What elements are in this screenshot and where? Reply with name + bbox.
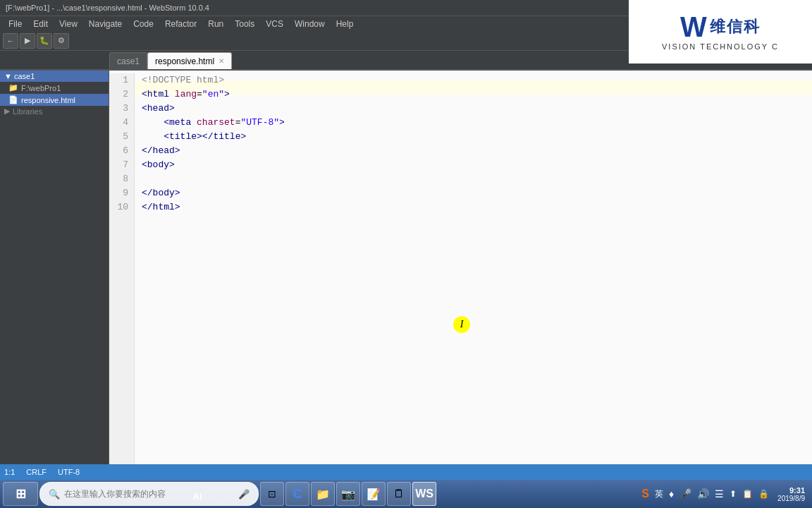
webstorm-taskbar-icon[interactable]: WS xyxy=(412,482,436,506)
notes-icon: 📝 xyxy=(367,488,381,501)
notes-taskbar-icon[interactable]: 📝 xyxy=(362,482,386,506)
sidebar-libraries[interactable]: ▶ Libraries xyxy=(0,106,109,116)
status-bar: 1:1 CRLF UTF-8 xyxy=(0,464,812,480)
start-button[interactable]: ⊞ xyxy=(3,482,38,506)
notepad-icon: 🗒 xyxy=(393,488,405,500)
sogou-icon[interactable]: S xyxy=(640,486,651,502)
menu-run[interactable]: Run xyxy=(202,18,229,30)
sidebar-item-responsive-html[interactable]: 📄 responsive.html xyxy=(0,94,109,106)
menu-refactor[interactable]: Refactor xyxy=(159,18,202,30)
line-num-2: 2 xyxy=(109,87,128,102)
sidebar-libraries-label: Libraries xyxy=(13,107,42,116)
code-line-8 xyxy=(142,172,812,186)
sidebar-project[interactable]: ▼ case1 xyxy=(0,71,109,82)
status-utf8: UTF-8 xyxy=(58,468,80,476)
clock-time: 9:31 xyxy=(777,486,805,495)
line-num-1: 1 xyxy=(109,73,128,87)
tab-case1-label: case1 xyxy=(117,56,140,66)
tab-responsive-html[interactable]: responsive.html ✕ xyxy=(147,52,232,69)
code-line-9: </body> xyxy=(142,186,812,200)
sidebar-item-webpro1[interactable]: 📁 F:\webPro1 xyxy=(0,82,109,94)
menu-help[interactable]: Help xyxy=(331,18,359,30)
line-num-5: 5 xyxy=(109,130,128,144)
sidebar-item-webpro1-label: F:\webPro1 xyxy=(21,84,61,92)
tray-icon1[interactable]: ♦ xyxy=(668,487,675,501)
webstorm-icon: WS xyxy=(415,488,433,500)
tab-close-icon[interactable]: ✕ xyxy=(219,57,224,65)
status-position: 1:1 xyxy=(4,468,15,476)
sidebar-project-label: ▼ case1 xyxy=(4,72,35,80)
status-crlf: CRLF xyxy=(26,468,47,476)
logo-area: W 维信科 VISION TECHNOLOGY C xyxy=(629,0,812,64)
camera-taskbar-icon[interactable]: 📷 xyxy=(336,482,360,506)
code-line-1: <!DOCTYPE html> xyxy=(142,73,812,87)
ai-text: Ai xyxy=(193,491,202,502)
toolbar-btn-settings[interactable]: ⚙ xyxy=(54,33,69,49)
taskbar: ⊞ 🔍 🎤 ⊡ C 📁 📷 📝 🗒 WS S 英 ♦ 🎤 🔊 ☰ ⬆ 📋 🔒 9… xyxy=(0,480,812,508)
line-num-6: 6 xyxy=(109,144,128,158)
search-icon: 🔍 xyxy=(49,489,60,500)
network-tray-icon[interactable]: ☰ xyxy=(713,487,725,501)
line-num-3: 3 xyxy=(109,102,128,116)
folder-taskbar-icon: 📁 xyxy=(316,488,330,501)
code-line-10: </html> xyxy=(142,200,812,214)
notepad-taskbar-icon[interactable]: 🗒 xyxy=(387,482,411,506)
search-bar[interactable]: 🔍 🎤 xyxy=(39,482,259,506)
clipboard-tray-icon[interactable]: 📋 xyxy=(741,488,754,500)
ime-icon[interactable]: 英 xyxy=(653,487,665,502)
libraries-icon: ▶ xyxy=(4,107,10,116)
line-num-9: 9 xyxy=(109,186,128,200)
chrome-taskbar-icon[interactable]: C xyxy=(285,482,309,506)
logo-chinese: 维信科 xyxy=(710,16,761,37)
code-lines[interactable]: <!DOCTYPE html> <html lang="en"> <head> … xyxy=(135,73,812,483)
taskview-button[interactable]: ⊡ xyxy=(260,482,284,506)
code-line-5: <title></title> xyxy=(142,130,812,144)
upload-tray-icon[interactable]: ⬆ xyxy=(728,488,738,500)
sidebar-item-responsive-html-label: responsive.html xyxy=(21,96,75,104)
menu-navigate[interactable]: Navigate xyxy=(83,18,128,30)
menu-view[interactable]: View xyxy=(54,18,83,30)
code-line-6: </head> xyxy=(142,144,812,158)
volume-tray-icon[interactable]: 🔊 xyxy=(696,487,710,501)
toolbar-btn-back[interactable]: ← xyxy=(3,33,18,49)
line-numbers: 1 2 3 4 5 6 7 8 9 10 xyxy=(109,73,135,483)
camera-icon: 📷 xyxy=(341,488,355,501)
menu-file[interactable]: File xyxy=(3,18,27,30)
logo-main: W 维信科 xyxy=(680,13,761,41)
code-line-2: <html lang="en"> xyxy=(142,87,812,102)
tab-responsive-html-label: responsive.html xyxy=(155,56,214,66)
code-view[interactable]: 1 2 3 4 5 6 7 8 9 10 <!DOCTYPE html> <ht… xyxy=(109,71,812,485)
menu-window[interactable]: Window xyxy=(289,18,331,30)
code-line-3: <head> xyxy=(142,102,812,116)
system-clock[interactable]: 9:31 2019/8/9 xyxy=(773,486,809,502)
line-num-4: 4 xyxy=(109,116,128,130)
cursor-symbol: I xyxy=(460,319,464,330)
line-num-8: 8 xyxy=(109,172,128,186)
ai-label: Ai xyxy=(183,484,211,508)
code-line-4: <meta charset="UTF-8"> xyxy=(142,116,812,130)
menu-vcs[interactable]: VCS xyxy=(260,18,289,30)
menu-edit[interactable]: Edit xyxy=(27,18,54,30)
lock-tray-icon[interactable]: 🔒 xyxy=(757,488,770,500)
menu-code[interactable]: Code xyxy=(128,18,159,30)
file-icon: 📄 xyxy=(8,95,18,104)
microphone-icon[interactable]: 🎤 xyxy=(238,489,250,500)
toolbar-btn-run[interactable]: ▶ xyxy=(20,33,35,49)
logo-wv-icon: W xyxy=(680,13,707,41)
code-line-7: <body> xyxy=(142,158,812,172)
chrome-icon: C xyxy=(293,487,302,502)
title-text: [F:\webPro1] - ...\case1\responsive.html… xyxy=(6,4,209,12)
main-layout: ▼ case1 📁 F:\webPro1 📄 responsive.html ▶… xyxy=(0,71,812,485)
clock-date: 2019/8/9 xyxy=(777,495,805,502)
tab-case1[interactable]: case1 xyxy=(109,52,147,69)
system-tray: S 英 ♦ 🎤 🔊 ☰ ⬆ 📋 🔒 9:31 2019/8/9 xyxy=(640,482,809,506)
editor-area[interactable]: 1 2 3 4 5 6 7 8 9 10 <!DOCTYPE html> <ht… xyxy=(109,71,812,485)
file-explorer-taskbar-icon[interactable]: 📁 xyxy=(311,482,335,506)
microphone-tray-icon[interactable]: 🎤 xyxy=(678,487,693,501)
folder-icon: 📁 xyxy=(8,83,18,92)
cursor-indicator: I xyxy=(453,316,470,333)
menu-tools[interactable]: Tools xyxy=(229,18,260,30)
line-num-10: 10 xyxy=(109,200,128,214)
toolbar-btn-debug[interactable]: 🐛 xyxy=(37,33,52,49)
line-num-7: 7 xyxy=(109,158,128,172)
